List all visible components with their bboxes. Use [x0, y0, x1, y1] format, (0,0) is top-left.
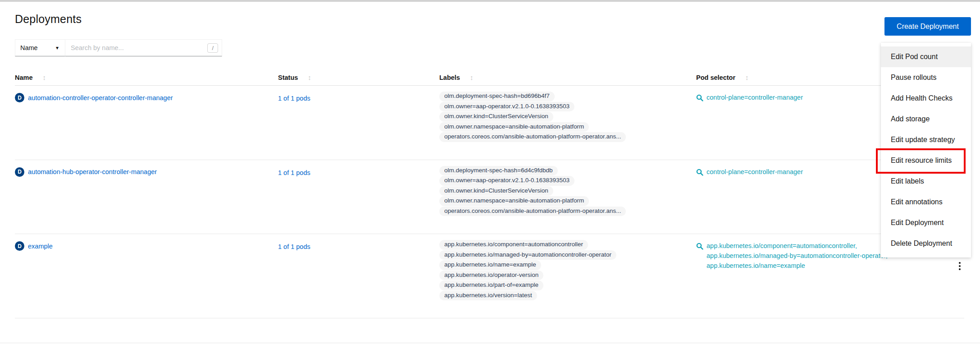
keyboard-shortcut-badge: /: [207, 43, 218, 53]
menu-item-edit-resource-limits[interactable]: Edit resource limits: [881, 150, 971, 171]
label-pill: olm.deployment-spec-hash=6d4c9fdbdb: [439, 166, 558, 176]
column-header-label: Name: [15, 74, 33, 81]
pod-selector-link[interactable]: app.kubernetes.io/managed-by=automationc…: [707, 252, 888, 259]
search-box: /: [65, 39, 222, 56]
label-pill: app.kubernetes.io/component=automationco…: [439, 240, 588, 250]
pod-selector-link[interactable]: control-plane=controller-manager: [707, 168, 803, 175]
name-cell: D automation-hub-operator-controller-man…: [15, 167, 278, 177]
kebab-menu-icon[interactable]: [957, 260, 962, 272]
page-title: Deployments: [15, 13, 980, 26]
filter-type-label: Name: [20, 44, 38, 51]
deployment-name-link[interactable]: automation-hub-operator-controller-manag…: [28, 168, 157, 175]
label-pill: app.kubernetes.io/managed-by=automationc…: [439, 250, 616, 260]
label-pill: app.kubernetes.io/part-of=example: [439, 281, 543, 290]
label-pill: olm.owner=aap-operator.v2.1.0-0.16383935…: [439, 176, 574, 186]
menu-item-add-storage[interactable]: Add storage: [881, 109, 971, 129]
search-icon: [696, 94, 703, 101]
menu-item-edit-deployment[interactable]: Edit Deployment: [881, 212, 971, 233]
search-input[interactable]: [71, 44, 207, 51]
window-top-border: [0, 0, 980, 2]
menu-item-edit-annotations[interactable]: Edit annotations: [881, 192, 971, 212]
table-bottom-border: [0, 343, 980, 343]
column-header-label: Pod selector: [696, 74, 735, 81]
table-row: D automation-hub-operator-controller-man…: [15, 160, 964, 235]
pods-status-link[interactable]: 1 of 1 pods: [278, 243, 310, 250]
sort-icon[interactable]: ↕: [308, 74, 311, 81]
label-pill: olm.owner.namespace=ansible-automation-p…: [439, 122, 589, 132]
label-pill: operators.coreos.com/ansible-automation-…: [439, 132, 626, 142]
chevron-down-icon: ▾: [56, 45, 59, 51]
label-pill: app.kubernetes.io/name=example: [439, 260, 541, 270]
labels-cell: olm.deployment-spec-hash=bd696b4f7olm.ow…: [439, 92, 696, 143]
label-pill: olm.owner.kind=ClusterServiceVersion: [439, 112, 553, 122]
deployment-name-link[interactable]: automation-controller-operator-controlle…: [28, 94, 173, 101]
create-deployment-button[interactable]: Create Deployment: [884, 17, 971, 36]
column-header-labels[interactable]: Labels ↕: [439, 74, 696, 81]
table-header-row: Name ↕ Status ↕ Labels ↕ Pod selector ↕: [15, 71, 964, 86]
pods-status-link[interactable]: 1 of 1 pods: [278, 95, 310, 102]
column-header-status[interactable]: Status ↕: [278, 74, 439, 81]
label-pill: app.kubernetes.io/operator-version: [439, 271, 543, 281]
table-row: D automation-controller-operator-control…: [15, 86, 964, 160]
label-pill: olm.owner.namespace=ansible-automation-p…: [439, 196, 589, 206]
pod-selector-link[interactable]: app.kubernetes.io/name=example: [707, 262, 888, 269]
sort-icon[interactable]: ↕: [43, 74, 46, 81]
pods-status-link[interactable]: 1 of 1 pods: [278, 169, 310, 176]
column-header-name[interactable]: Name ↕: [15, 74, 278, 81]
column-header-label: Labels: [439, 74, 460, 81]
menu-item-edit-update-strategy[interactable]: Edit update strategy: [881, 129, 971, 150]
pod-selector-link-lines: control-plane=controller-manager: [707, 94, 803, 101]
labels-cell: olm.deployment-spec-hash=6d4c9fdbdbolm.o…: [439, 166, 696, 217]
pod-selector-link-lines: control-plane=controller-manager: [707, 168, 803, 176]
deployments-table: Name ↕ Status ↕ Labels ↕ Pod selector ↕ …: [0, 71, 980, 318]
status-cell: 1 of 1 pods: [278, 93, 439, 102]
table-body: D automation-controller-operator-control…: [15, 86, 964, 318]
actions-dropdown-menu: Edit Pod countPause rolloutsAdd Health C…: [881, 43, 971, 258]
label-pill: olm.owner=aap-operator.v2.1.0-0.16383935…: [439, 102, 574, 112]
search-icon: [696, 169, 703, 176]
menu-item-delete-deployment[interactable]: Delete Deployment: [881, 233, 971, 254]
status-cell: 1 of 1 pods: [278, 241, 439, 251]
label-pill: operators.coreos.com/ansible-automation-…: [439, 207, 626, 216]
menu-item-add-health-checks[interactable]: Add Health Checks: [881, 88, 971, 109]
menu-item-pause-rollouts[interactable]: Pause rollouts: [881, 67, 971, 88]
name-cell: D example: [15, 241, 278, 251]
status-cell: 1 of 1 pods: [278, 167, 439, 177]
label-pill: olm.deployment-spec-hash=bd696b4f7: [439, 92, 555, 101]
deployment-kind-badge: D: [15, 241, 24, 251]
menu-item-edit-pod-count[interactable]: Edit Pod count: [881, 46, 971, 67]
column-header-label: Status: [278, 74, 298, 81]
filter-type-dropdown[interactable]: Name ▾: [15, 39, 65, 56]
table-row: D example 1 of 1 pods app.kubernetes.io/…: [15, 234, 964, 318]
pod-selector-link[interactable]: app.kubernetes.io/component=automationco…: [707, 242, 888, 249]
deployment-name-link[interactable]: example: [28, 243, 53, 250]
deployment-kind-badge: D: [15, 93, 24, 102]
label-pill: app.kubernetes.io/version=latest: [439, 291, 537, 301]
pod-selector-link-lines: app.kubernetes.io/component=automationco…: [707, 242, 888, 269]
name-cell: D automation-controller-operator-control…: [15, 93, 278, 102]
pod-selector-link[interactable]: control-plane=controller-manager: [707, 94, 803, 101]
sort-icon[interactable]: ↕: [745, 74, 749, 81]
labels-cell: app.kubernetes.io/component=automationco…: [439, 240, 696, 301]
label-pill: olm.owner.kind=ClusterServiceVersion: [439, 186, 553, 196]
menu-item-edit-labels[interactable]: Edit labels: [881, 171, 971, 192]
filter-toolbar: Name ▾ /: [15, 39, 222, 56]
deployment-kind-badge: D: [15, 167, 24, 177]
sort-icon[interactable]: ↕: [470, 74, 474, 81]
search-icon: [696, 243, 703, 250]
